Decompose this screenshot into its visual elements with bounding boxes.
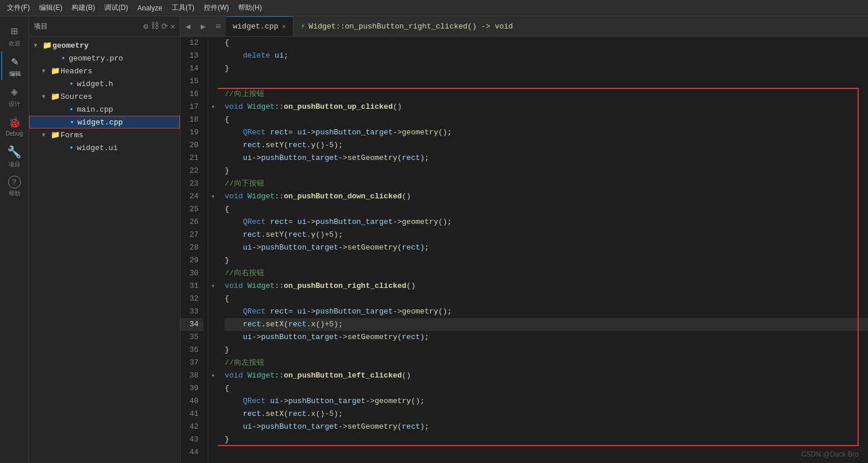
collapse-arrow[interactable]: ▾	[208, 190, 218, 203]
collapse-arrow[interactable]: ▾	[208, 369, 218, 382]
project-label: 项目	[9, 161, 20, 169]
editor-area: ◀ ▶ ⊟ widget.cpp ✕ ⚡ Widget::on_pushButt…	[180, 16, 868, 463]
tree-arrow-headers: ▼	[42, 68, 50, 74]
design-icon: ◈	[10, 84, 17, 99]
tree-label-widget-h: widget.h	[77, 80, 180, 88]
code-line: }	[225, 165, 868, 177]
code-line: //向上按钮	[225, 88, 868, 101]
tab-split-button[interactable]: ⊟	[211, 16, 226, 36]
code-line: void Widget::on_pushButton_up_clicked()	[225, 101, 868, 113]
explorer-title: 项目	[34, 22, 48, 31]
menu-help[interactable]: 帮助(H)	[233, 2, 267, 14]
tree-item-widget-h[interactable]: ▪ widget.h	[29, 77, 180, 90]
menu-controls[interactable]: 控件(W)	[199, 2, 233, 14]
menu-tools[interactable]: 工具(T)	[167, 2, 199, 14]
file-explorer: 项目 ⚙ ⛓ ⟳ ✕ ▼ 📁 geometry ▪ geometry.pro	[29, 16, 180, 463]
sidebar-icons: ⊞ 欢迎 ✎ 编辑 ◈ 设计 🐞 Debug 🔧 项目 ? 帮助	[0, 16, 29, 463]
code-line	[225, 446, 868, 459]
code-line: ui->pushButton_target->setGeometry(rect)…	[225, 331, 868, 344]
code-line: rect.setX(rect.x()+5);	[225, 318, 868, 331]
welcome-label: 欢迎	[9, 40, 20, 48]
folder-icon: 📁	[42, 41, 52, 50]
file-pro-icon: ▪	[58, 54, 69, 63]
tree-label-widget-ui: widget.ui	[77, 144, 180, 152]
tree-label-forms: Forms	[61, 131, 180, 140]
headers-folder-icon: 📁	[50, 66, 61, 76]
code-line: {	[225, 37, 868, 49]
code-content[interactable]: { delete ui;} //向上按钮void Widget::on_push…	[218, 37, 868, 463]
tree-item-widget-cpp[interactable]: ▪ widget.cpp	[29, 116, 180, 129]
explorer-header: 项目 ⚙ ⛓ ⟳ ✕	[29, 16, 180, 37]
code-line: }	[225, 254, 868, 267]
tree-item-geometry[interactable]: ▼ 📁 geometry	[29, 39, 180, 52]
tree-label-headers: Headers	[61, 67, 180, 76]
code-line: void Widget::on_pushButton_left_clicked(…	[225, 369, 868, 382]
tab-widget-cpp[interactable]: widget.cpp ✕	[226, 16, 293, 36]
code-line: void Widget::on_pushButton_right_clicked…	[225, 280, 868, 293]
tree-arrow-geometry: ▼	[34, 42, 42, 49]
tab-bar: ◀ ▶ ⊟ widget.cpp ✕ ⚡ Widget::on_pushButt…	[180, 16, 868, 37]
code-line: {	[225, 293, 868, 305]
breadcrumb-function: Widget::on_pushButton_right_clicked() ->…	[309, 22, 513, 31]
file-h-icon: ▪	[66, 80, 77, 88]
line-numbers: 1213141516171819202122232425262728293031…	[180, 37, 208, 463]
welcome-icon: ⊞	[10, 24, 17, 38]
tree-label-widget-cpp: widget.cpp	[77, 118, 179, 127]
sources-folder-icon: 📁	[50, 92, 61, 101]
sidebar-item-help[interactable]: ? 帮助	[1, 172, 28, 201]
watermark: CSDN @Duck Bro	[801, 450, 859, 458]
code-line: ui->pushButton_target->setGeometry(rect)…	[225, 421, 868, 433]
tree-item-widget-ui[interactable]: ▪ widget.ui	[29, 141, 180, 154]
tab-widget-cpp-close[interactable]: ✕	[282, 23, 286, 30]
code-line: //向左按钮	[225, 357, 868, 369]
debug-icon: 🐞	[8, 116, 21, 129]
menubar: 文件(F) 编辑(E) 构建(B) 调试(D) Analyze 工具(T) 控件…	[0, 0, 868, 16]
sidebar-item-project[interactable]: 🔧 项目	[1, 142, 28, 171]
tree-arrow-sources: ▼	[42, 94, 50, 100]
sync-icon[interactable]: ⟳	[161, 22, 168, 31]
code-line: ui->pushButton_target->setGeometry(rect)…	[225, 152, 868, 165]
main-layout: ⊞ 欢迎 ✎ 编辑 ◈ 设计 🐞 Debug 🔧 项目 ? 帮助 项目 ⚙	[0, 16, 868, 463]
explorer-tree: ▼ 📁 geometry ▪ geometry.pro ▼ 📁 Headers …	[29, 37, 180, 463]
menu-edit[interactable]: 编辑(E)	[34, 2, 67, 14]
file-cpp-main-icon: ▪	[66, 105, 77, 114]
filter-icon[interactable]: ⚙	[143, 22, 148, 31]
menu-debug[interactable]: 调试(D)	[100, 2, 133, 14]
code-line: delete ui;	[225, 49, 868, 62]
breadcrumb-class: ⚡	[300, 22, 305, 31]
file-ui-icon: ▪	[66, 144, 77, 152]
sidebar-item-welcome[interactable]: ⊞ 欢迎	[1, 21, 28, 50]
code-line: rect.setY(rect.y()+5);	[225, 229, 868, 241]
tree-item-headers[interactable]: ▼ 📁 Headers	[29, 65, 180, 77]
tree-item-main-cpp[interactable]: ▪ main.cpp	[29, 103, 180, 116]
edit-label: 编辑	[9, 70, 21, 78]
menu-build[interactable]: 构建(B)	[67, 2, 100, 14]
close-panel-icon[interactable]: ✕	[171, 22, 175, 31]
tree-arrow-forms: ▼	[42, 132, 50, 138]
tree-label-geometry: geometry	[52, 41, 180, 50]
code-line: void Widget::on_pushButton_down_clicked(…	[225, 190, 868, 203]
menu-analyze[interactable]: Analyze	[133, 3, 167, 13]
code-line: }	[225, 433, 868, 446]
sidebar-item-edit[interactable]: ✎ 编辑	[1, 51, 28, 80]
tree-item-forms[interactable]: ▼ 📁 Forms	[29, 129, 180, 141]
link-icon[interactable]: ⛓	[151, 22, 159, 31]
help-icon: ?	[8, 176, 21, 188]
sidebar-item-design[interactable]: ◈ 设计	[1, 81, 28, 111]
gutter-area: ▾▾▾▾	[208, 37, 218, 463]
collapse-arrow[interactable]: ▾	[208, 101, 218, 113]
code-line: //向下按钮	[225, 177, 868, 190]
code-line: {	[225, 113, 868, 126]
sidebar-item-debug[interactable]: 🐞 Debug	[1, 112, 28, 141]
tree-item-geometry-pro[interactable]: ▪ geometry.pro	[29, 52, 180, 65]
code-line: //向右按钮	[225, 267, 868, 280]
tree-label-main-cpp: main.cpp	[77, 105, 180, 114]
tree-item-sources[interactable]: ▼ 📁 Sources	[29, 90, 180, 103]
collapse-arrow[interactable]: ▾	[208, 280, 218, 293]
debug-label: Debug	[6, 130, 23, 137]
file-cpp-widget-icon: ▪	[67, 118, 77, 127]
tab-prev-button[interactable]: ◀	[180, 16, 196, 36]
tab-next-button[interactable]: ▶	[196, 16, 211, 36]
project-icon: 🔧	[7, 145, 22, 159]
menu-file[interactable]: 文件(F)	[2, 2, 34, 14]
